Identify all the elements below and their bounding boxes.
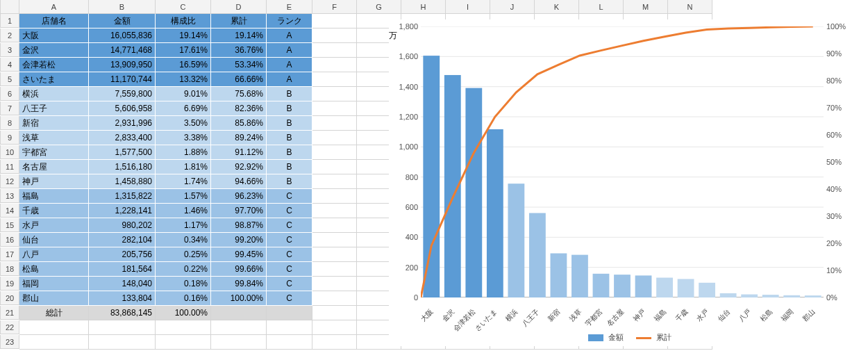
cell-rank[interactable]: A: [267, 72, 312, 87]
empty-cell[interactable]: [312, 277, 357, 291]
cell-ratio[interactable]: 3.38%: [156, 131, 211, 145]
row-head-16[interactable]: 16: [0, 233, 19, 247]
cell-store[interactable]: 新宿: [19, 116, 89, 131]
cell-rank[interactable]: C: [267, 218, 312, 233]
cell-ratio[interactable]: 1.81%: [156, 160, 211, 174]
cell-rank[interactable]: B: [267, 160, 312, 174]
cell-rank[interactable]: C: [267, 247, 312, 262]
col-head-F[interactable]: F: [312, 0, 357, 14]
cell-ratio[interactable]: 0.34%: [156, 233, 211, 247]
cell-store[interactable]: 水戸: [19, 218, 89, 233]
cell-amount[interactable]: 148,040: [89, 277, 156, 291]
col-head-H[interactable]: H: [401, 0, 446, 14]
empty-cell[interactable]: [267, 335, 312, 350]
cell-ratio[interactable]: 3.50%: [156, 116, 211, 131]
cell-ratio[interactable]: 16.59%: [156, 58, 211, 72]
cell-amount[interactable]: 181,564: [89, 262, 156, 277]
cell-cum[interactable]: 82.36%: [211, 101, 267, 116]
cell-store[interactable]: 宇都宮: [19, 145, 89, 160]
cell-cum[interactable]: 98.87%: [211, 218, 267, 233]
cell-ratio[interactable]: 0.25%: [156, 247, 211, 262]
cell-ratio[interactable]: 1.17%: [156, 218, 211, 233]
cell-rank[interactable]: C: [267, 189, 312, 204]
row-head-19[interactable]: 19: [0, 277, 19, 291]
empty-cell[interactable]: [312, 306, 357, 320]
cell-cum[interactable]: 99.84%: [211, 277, 267, 291]
cell-store[interactable]: 横浜: [19, 87, 89, 101]
row-head-10[interactable]: 10: [0, 145, 19, 159]
cell-store[interactable]: 仙台: [19, 233, 89, 247]
cell-cum[interactable]: 99.45%: [211, 247, 267, 262]
empty-cell[interactable]: [312, 131, 357, 145]
col-head-M[interactable]: M: [624, 0, 668, 14]
col-head-J[interactable]: J: [490, 0, 535, 14]
pareto-chart[interactable]: 万 02004006008001,0001,2001,4001,6001,800…: [389, 19, 861, 346]
cell-cum[interactable]: 94.66%: [211, 174, 267, 189]
empty-cell[interactable]: [312, 291, 357, 306]
empty-cell[interactable]: [89, 335, 156, 350]
cell-store[interactable]: 会津若松: [19, 58, 89, 72]
cell-ratio[interactable]: 1.57%: [156, 189, 211, 204]
cell-rank[interactable]: B: [267, 87, 312, 101]
cell-cum[interactable]: 75.68%: [211, 87, 267, 101]
empty-cell[interactable]: [312, 116, 357, 131]
cell-rank[interactable]: C: [267, 291, 312, 306]
col-head-I[interactable]: I: [446, 0, 490, 14]
col-head-B[interactable]: B: [89, 0, 156, 14]
cell-total-ratio[interactable]: 100.00%: [156, 306, 211, 320]
cell-amount[interactable]: 14,771,468: [89, 43, 156, 58]
cell-amount[interactable]: 2,833,400: [89, 131, 156, 145]
row-head-2[interactable]: 2: [0, 28, 19, 42]
cell-ratio[interactable]: 0.18%: [156, 277, 211, 291]
empty-cell[interactable]: [312, 262, 357, 277]
col-head-L[interactable]: L: [579, 0, 624, 14]
cell-store[interactable]: 郡山: [19, 291, 89, 306]
empty-cell[interactable]: [312, 43, 357, 58]
cell-rank[interactable]: B: [267, 145, 312, 160]
row-head-7[interactable]: 7: [0, 101, 19, 115]
cell-amount[interactable]: 133,804: [89, 291, 156, 306]
col-head-A[interactable]: A: [19, 0, 89, 14]
empty-cell[interactable]: [312, 174, 357, 189]
empty-cell[interactable]: [267, 306, 312, 320]
cell-store[interactable]: 福島: [19, 189, 89, 204]
row-head-18[interactable]: 18: [0, 262, 19, 276]
cell-amount[interactable]: 980,202: [89, 218, 156, 233]
cell-store[interactable]: 千歳: [19, 204, 89, 218]
empty-cell[interactable]: [267, 320, 312, 335]
empty-cell[interactable]: [312, 204, 357, 218]
row-head-9[interactable]: 9: [0, 131, 19, 145]
empty-cell[interactable]: [312, 14, 357, 28]
cell-store[interactable]: 松島: [19, 262, 89, 277]
cell-rank[interactable]: C: [267, 204, 312, 218]
hdr-amount[interactable]: 金額: [89, 14, 156, 28]
cell-ratio[interactable]: 17.61%: [156, 43, 211, 58]
empty-cell[interactable]: [312, 218, 357, 233]
cell-amount[interactable]: 5,606,958: [89, 101, 156, 116]
empty-cell[interactable]: [312, 101, 357, 116]
hdr-rank[interactable]: ランク: [267, 14, 312, 28]
row-head-11[interactable]: 11: [0, 160, 19, 174]
col-head-C[interactable]: C: [156, 0, 211, 14]
cell-ratio[interactable]: 1.74%: [156, 174, 211, 189]
cell-ratio[interactable]: 6.69%: [156, 101, 211, 116]
cell-ratio[interactable]: 19.14%: [156, 28, 211, 43]
cell-amount[interactable]: 1,516,180: [89, 160, 156, 174]
cell-ratio[interactable]: 0.22%: [156, 262, 211, 277]
cell-cum[interactable]: 99.66%: [211, 262, 267, 277]
row-head-4[interactable]: 4: [0, 58, 19, 72]
cell-rank[interactable]: C: [267, 277, 312, 291]
cell-cum[interactable]: 91.12%: [211, 145, 267, 160]
cell-rank[interactable]: C: [267, 233, 312, 247]
empty-cell[interactable]: [89, 320, 156, 335]
cell-amount[interactable]: 1,228,141: [89, 204, 156, 218]
cell-amount[interactable]: 13,909,950: [89, 58, 156, 72]
row-head-3[interactable]: 3: [0, 43, 19, 57]
cell-rank[interactable]: A: [267, 43, 312, 58]
row-head-12[interactable]: 12: [0, 174, 19, 188]
col-head-G[interactable]: G: [357, 0, 401, 14]
empty-cell[interactable]: [156, 320, 211, 335]
cell-cum[interactable]: 89.24%: [211, 131, 267, 145]
cell-amount[interactable]: 11,170,744: [89, 72, 156, 87]
empty-cell[interactable]: [312, 28, 357, 43]
